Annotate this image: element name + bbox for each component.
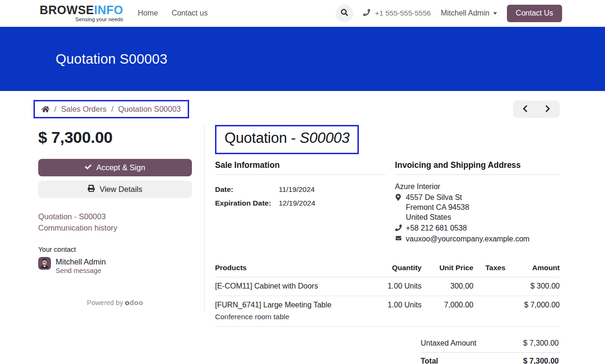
col-quantity: Quantity	[370, 261, 422, 277]
document-title-box: Quotation - S00003	[215, 125, 359, 154]
untaxed-amount-value: $ 7,300.00	[523, 339, 559, 347]
powered-by: Powered by odoo	[38, 298, 192, 306]
contact-row: Mitchell Admin Send message	[38, 257, 192, 275]
communication-history-link[interactable]: Communication history	[38, 222, 192, 233]
view-details-label: View Details	[99, 185, 142, 194]
breadcrumb-separator: /	[111, 105, 114, 114]
col-unit-price: Unit Price	[422, 261, 473, 277]
col-products: Products	[215, 261, 370, 277]
totals-block: Untaxed Amount $ 7,300.00 Total $ 7,300.…	[421, 335, 560, 364]
envelope-icon	[395, 234, 402, 244]
quotation-document: Quotation - S00003 Sale Information Date…	[205, 125, 560, 364]
check-icon	[85, 163, 91, 172]
nav-home[interactable]: Home	[138, 9, 158, 17]
search-button[interactable]	[336, 5, 353, 22]
product-description: Conference room table	[215, 313, 370, 321]
untaxed-amount-label: Untaxed Amount	[421, 339, 476, 347]
accept-sign-button[interactable]: Accept & Sign	[38, 159, 192, 176]
breadcrumb-separator: /	[54, 105, 57, 114]
total-label: Total	[421, 357, 438, 364]
next-record-button[interactable]	[539, 100, 557, 118]
header-right: +1 555-555-5556 Mitchell Admin Contact U…	[336, 5, 562, 22]
quotation-link[interactable]: Quotation - S00003	[38, 211, 192, 222]
page-banner: Quotation S00003	[0, 27, 605, 91]
product-unit-price: 300.00	[422, 277, 473, 296]
view-details-button[interactable]: View Details	[38, 181, 192, 198]
product-name: [FURN_6741] Large Meeting Table Conferen…	[215, 296, 370, 327]
address-city: Fremont CA 94538	[406, 202, 469, 212]
date-label: Date:	[215, 182, 279, 196]
contact-us-button[interactable]: Contact Us	[507, 5, 562, 22]
product-taxes	[473, 277, 506, 296]
expiration-date-value: 12/19/2024	[279, 196, 315, 210]
breadcrumb-home-link[interactable]	[41, 106, 50, 113]
header-phone-link[interactable]: +1 555-555-5556	[363, 9, 431, 18]
sidebar: $ 7,300.00 Accept & Sign View Details Qu…	[38, 125, 205, 312]
products-table: Products Quantity Unit Price Taxes Amoun…	[215, 261, 560, 327]
product-quantity: 1.00 Units	[370, 277, 422, 296]
products-header-row: Products Quantity Unit Price Taxes Amoun…	[215, 261, 560, 277]
address-block: Azure Interior 4557 De Silva St Fremont …	[395, 182, 560, 244]
invoicing-shipping-heading: Invoicing and Shipping Address	[395, 160, 560, 175]
col-taxes: Taxes	[473, 261, 506, 277]
col-amount: Amount	[506, 261, 560, 277]
breadcrumb-sales-orders[interactable]: Sales Orders	[61, 105, 107, 114]
chevron-down-icon	[493, 12, 497, 15]
address-line: 4557 De Silva St Fremont CA 94538 United…	[395, 192, 560, 222]
user-menu[interactable]: Mitchell Admin	[441, 9, 497, 17]
nav-contact-us[interactable]: Contact us	[172, 9, 207, 17]
phone-icon	[395, 223, 402, 233]
product-taxes	[473, 296, 506, 327]
product-name: [E-COM11] Cabinet with Doors	[215, 277, 370, 296]
send-message-link[interactable]: Send message	[56, 266, 101, 275]
address-country: United States	[406, 212, 469, 222]
email-line: vauxoo@yourcompany.example.com	[395, 234, 560, 244]
sidebar-links: Quotation - S00003 Communication history	[38, 211, 192, 233]
home-icon	[41, 106, 50, 113]
printer-icon	[88, 185, 95, 194]
product-amount: $ 7,000.00	[506, 296, 560, 327]
banner-title: Quotation S00003	[56, 51, 167, 67]
customer-name: Azure Interior	[395, 182, 560, 191]
map-marker-icon	[395, 192, 402, 222]
user-menu-label: Mitchell Admin	[441, 9, 489, 17]
your-contact-label: Your contact	[38, 246, 192, 253]
untaxed-amount-row: Untaxed Amount $ 7,300.00	[421, 335, 560, 353]
address-street: 4557 De Silva St	[406, 192, 469, 202]
logo-text: BROWSEINFO	[40, 4, 123, 16]
header-phone-number: +1 555-555-5556	[375, 9, 431, 17]
expiration-date-label: Expiration Date:	[215, 196, 279, 210]
sale-date-row: Date: 11/19/2024	[215, 182, 385, 196]
odoo-logo[interactable]: odoo	[125, 298, 143, 306]
browseinfo-logo[interactable]: BROWSEINFO Sensing your needs	[40, 4, 123, 23]
document-number: S00003	[300, 130, 350, 146]
sale-information-section: Sale Information Date: 11/19/2024 Expira…	[215, 160, 385, 244]
breadcrumb-current: Quotation S00003	[118, 105, 181, 114]
logo-tagline: Sensing your needs	[75, 17, 124, 23]
site-header: BROWSEINFO Sensing your needs Home Conta…	[0, 0, 605, 27]
prev-record-button[interactable]	[516, 100, 535, 118]
table-row: [E-COM11] Cabinet with Doors 1.00 Units …	[215, 277, 560, 296]
chevron-right-icon	[545, 105, 550, 114]
phone-line: +58 212 681 0538	[395, 223, 560, 233]
phone-icon	[363, 9, 370, 18]
customer-phone[interactable]: +58 212 681 0538	[406, 223, 467, 233]
page-content: / Sales Orders / Quotation S00003 $ 7,30…	[0, 100, 605, 364]
contact-info: Mitchell Admin Send message	[56, 257, 106, 275]
customer-email[interactable]: vauxoo@yourcompany.example.com	[406, 234, 530, 244]
powered-by-label: Powered by	[87, 299, 123, 306]
sale-information-heading: Sale Information	[215, 160, 385, 175]
main-nav: Home Contact us	[138, 9, 207, 17]
avatar	[38, 257, 51, 270]
info-columns: Sale Information Date: 11/19/2024 Expira…	[215, 160, 560, 244]
street-address: 4557 De Silva St Fremont CA 94538 United…	[406, 192, 469, 222]
chevron-left-icon	[522, 105, 528, 114]
expiration-date-row: Expiration Date: 12/19/2024	[215, 196, 385, 210]
contact-name: Mitchell Admin	[56, 257, 106, 266]
record-pager	[513, 100, 560, 118]
date-value: 11/19/2024	[279, 182, 315, 196]
invoicing-shipping-section: Invoicing and Shipping Address Azure Int…	[395, 160, 560, 244]
product-unit-price: 7,000.00	[422, 296, 473, 327]
search-icon	[341, 9, 348, 17]
table-row: [FURN_6741] Large Meeting Table Conferen…	[215, 296, 560, 327]
